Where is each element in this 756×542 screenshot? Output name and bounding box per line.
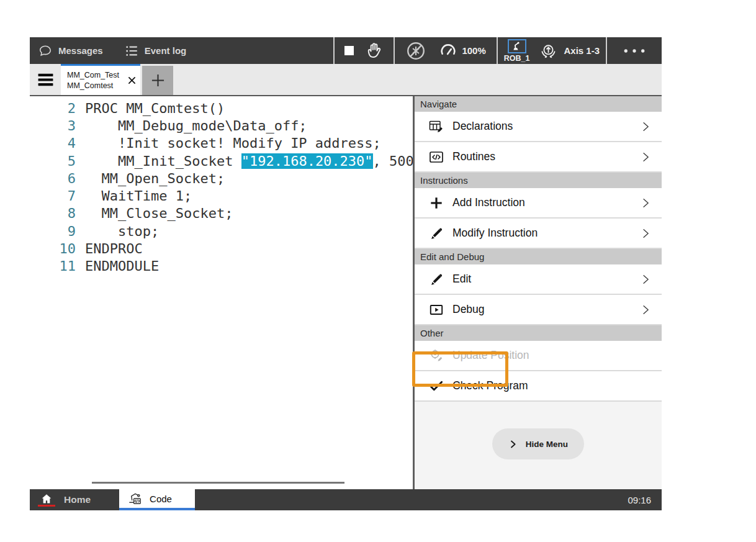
home-button[interactable]: Home bbox=[30, 489, 103, 510]
menu-section-header-navigate: Navigate bbox=[415, 96, 662, 112]
plus-icon bbox=[428, 195, 444, 211]
axis-rotate-icon[interactable] bbox=[538, 40, 559, 61]
debug-play-icon bbox=[428, 302, 444, 318]
speed-button[interactable]: 100% bbox=[439, 42, 485, 60]
code-line[interactable]: 11ENDMODULE bbox=[30, 258, 413, 275]
more-menu-button[interactable] bbox=[607, 37, 662, 64]
event-log-label: Event log bbox=[145, 45, 187, 56]
close-icon[interactable] bbox=[127, 75, 137, 86]
tab-title-line2: MM_Comtest bbox=[67, 81, 127, 91]
pencil-icon bbox=[428, 225, 444, 242]
menu-item-debug[interactable]: Debug bbox=[415, 295, 662, 325]
menu-section-header-edit-and-debug: Edit and Debug bbox=[415, 249, 662, 264]
robot-selected-box bbox=[508, 39, 526, 53]
stop-hand-group bbox=[335, 37, 394, 64]
home-active-underline bbox=[38, 505, 55, 507]
code-editor[interactable]: 2PROC MM_Comtest()3 MM_Debug_mode\Data_o… bbox=[30, 96, 415, 489]
pencil-icon bbox=[428, 271, 444, 287]
top-status-bar: Messages Event log 100% bbox=[30, 37, 662, 64]
menu-item-add-instruction[interactable]: Add Instruction bbox=[415, 188, 662, 219]
code-text: MM_Open_Socket; bbox=[85, 171, 225, 186]
taskbar-tab-code[interactable]: Code bbox=[119, 489, 195, 510]
code-tab-label: Code bbox=[150, 494, 172, 504]
flexpendant-window: Messages Event log 100% bbox=[30, 37, 662, 510]
menu-item-label: Add Instruction bbox=[452, 196, 525, 209]
motor-speed-group: 100% bbox=[395, 37, 496, 64]
home-icon bbox=[40, 494, 53, 504]
menu-footer: Hide Menu bbox=[415, 402, 662, 489]
context-menu: NavigateDeclarationsRoutinesInstructions… bbox=[415, 96, 662, 489]
taskbar: Home Code 09:16 bbox=[30, 489, 662, 510]
code-line[interactable]: 10ENDPROC bbox=[30, 240, 413, 257]
event-log-button[interactable]: Event log bbox=[124, 43, 187, 58]
file-menu-button[interactable] bbox=[30, 64, 61, 95]
menu-item-label: Edit bbox=[452, 273, 471, 286]
code-lines: 2PROC MM_Comtest()3 MM_Debug_mode\Data_o… bbox=[30, 99, 413, 275]
line-number: 4 bbox=[30, 135, 76, 151]
line-number: 10 bbox=[30, 241, 76, 256]
mechanical-unit-group: ROB_1 Axis 1-3 bbox=[498, 37, 606, 64]
plus-icon bbox=[150, 72, 166, 89]
menu-item-declarations[interactable]: Declarations bbox=[415, 112, 662, 142]
menu-item-check-program[interactable]: Check Program bbox=[415, 371, 662, 402]
code-line[interactable]: 2PROC MM_Comtest() bbox=[30, 99, 413, 117]
line-number: 5 bbox=[30, 153, 76, 169]
line-number: 3 bbox=[30, 118, 76, 133]
robot-selector[interactable]: ROB_1 bbox=[504, 39, 530, 63]
line-number: 7 bbox=[30, 188, 76, 204]
line-number: 9 bbox=[30, 224, 76, 239]
chevron-right-icon bbox=[508, 440, 518, 449]
code-text: PROC MM_Comtest() bbox=[85, 101, 225, 116]
hide-menu-label: Hide Menu bbox=[526, 440, 568, 449]
line-number: 2 bbox=[30, 101, 76, 116]
axis-label[interactable]: Axis 1-3 bbox=[564, 45, 600, 56]
code-line[interactable]: 9 stop; bbox=[30, 222, 413, 240]
document-tab-bar: MM_Com_Test MM_Comtest bbox=[30, 64, 662, 96]
horizontal-scrollbar[interactable] bbox=[92, 482, 344, 484]
new-tab-button[interactable] bbox=[142, 66, 173, 95]
code-line[interactable]: 8 MM_Close_Socket; bbox=[30, 205, 413, 222]
motors-off-icon[interactable] bbox=[405, 40, 426, 61]
selected-argument[interactable]: "192.168.20.230" bbox=[241, 153, 373, 169]
tab-title: MM_Com_Test MM_Comtest bbox=[67, 70, 127, 91]
home-label: Home bbox=[64, 494, 91, 505]
line-number: 8 bbox=[30, 206, 76, 221]
code-line[interactable]: 6 MM_Open_Socket; bbox=[30, 169, 413, 187]
routines-icon bbox=[428, 149, 444, 165]
code-line[interactable]: 5 MM_Init_Socket "192.168.20.230", 500 bbox=[30, 152, 413, 169]
code-text: MM_Debug_mode\Data_off; bbox=[85, 118, 307, 133]
messages-button[interactable]: Messages bbox=[38, 43, 103, 58]
topbar-left-group: Messages Event log bbox=[30, 43, 186, 58]
code-line[interactable]: 3 MM_Debug_mode\Data_off; bbox=[30, 117, 413, 134]
code-text: MM_Init_Socket "192.168.20.230", 500 bbox=[85, 153, 414, 169]
robot-label: ROB_1 bbox=[504, 54, 530, 63]
code-line[interactable]: 4 !Init socket! Modify IP address; bbox=[30, 135, 413, 152]
tab-mm-com-test[interactable]: MM_Com_Test MM_Comtest bbox=[61, 64, 140, 95]
menu-section-header-instructions: Instructions bbox=[415, 173, 662, 188]
menu-item-modify-instruction[interactable]: Modify Instruction bbox=[415, 219, 662, 249]
main-area: 2PROC MM_Comtest()3 MM_Debug_mode\Data_o… bbox=[30, 96, 662, 489]
code-line[interactable]: 7 WaitTime 1; bbox=[30, 187, 413, 204]
menu-item-edit[interactable]: Edit bbox=[415, 264, 662, 295]
update-position-icon bbox=[428, 348, 444, 364]
stop-square-icon[interactable] bbox=[343, 45, 355, 56]
chevron-right-icon bbox=[639, 197, 652, 209]
robot-icon bbox=[511, 40, 523, 52]
event-log-icon bbox=[124, 43, 139, 58]
line-number: 11 bbox=[30, 258, 76, 274]
menu-item-label: Modify Instruction bbox=[452, 227, 538, 240]
menu-item-label: Check Program bbox=[452, 379, 528, 392]
chevron-right-icon bbox=[639, 227, 652, 240]
menu-item-routines[interactable]: Routines bbox=[415, 142, 662, 173]
menu-item-label: Update Position bbox=[452, 349, 529, 362]
check-icon bbox=[428, 378, 444, 394]
code-robot-icon bbox=[127, 490, 144, 507]
line-number: 6 bbox=[30, 171, 76, 186]
menu-item-label: Debug bbox=[452, 303, 485, 316]
code-text: MM_Close_Socket; bbox=[85, 206, 233, 221]
hand-jog-icon[interactable] bbox=[365, 41, 385, 61]
hide-menu-button[interactable]: Hide Menu bbox=[492, 428, 584, 459]
menu-sections: NavigateDeclarationsRoutinesInstructions… bbox=[415, 96, 662, 402]
chevron-right-icon bbox=[639, 304, 652, 316]
tab-title-line1: MM_Com_Test bbox=[67, 70, 127, 81]
